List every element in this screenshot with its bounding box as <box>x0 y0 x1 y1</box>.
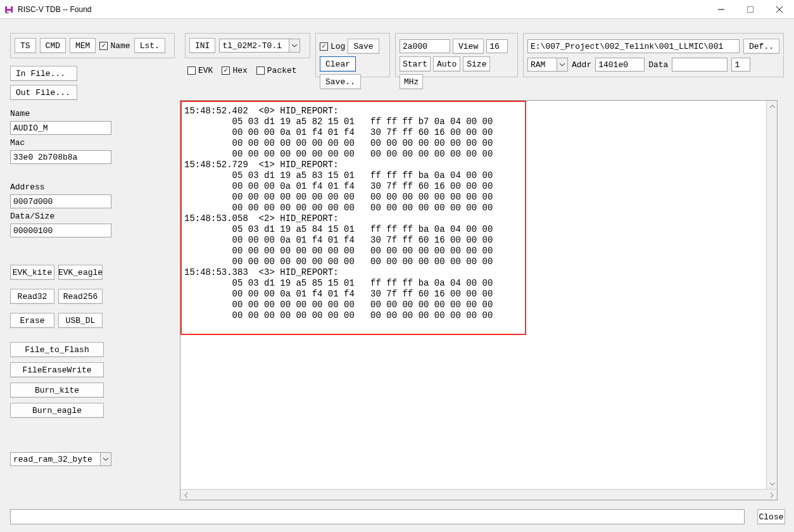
datasize-input[interactable] <box>10 224 111 238</box>
addr-label: Addr <box>572 60 591 70</box>
command-combo-value: read_ram_32_byte <box>11 455 100 464</box>
mem-addr-input[interactable] <box>595 58 645 72</box>
maximize-button[interactable] <box>736 0 765 19</box>
size-button[interactable]: Size <box>463 56 490 72</box>
clear-button[interactable]: Clear <box>320 56 356 72</box>
log-output: 15:48:52.402 <0> HID_REPORT: 05 03 d1 19… <box>180 100 778 500</box>
erase-button[interactable]: Erase <box>10 313 54 328</box>
hex-label: Hex <box>232 66 247 75</box>
scroll-down-icon <box>767 478 778 489</box>
mem-button[interactable]: MEM <box>70 38 96 53</box>
def-button[interactable]: Def.. <box>743 39 779 54</box>
horizontal-scrollbar[interactable] <box>180 489 777 500</box>
evk-label: EVK <box>198 66 213 75</box>
svg-text:hci: hci <box>5 11 9 15</box>
address-label: Address <box>10 182 111 192</box>
log-checkbox-label: Log <box>331 42 345 51</box>
packet-label: Packet <box>267 66 297 75</box>
usb-dl-button[interactable]: USB_DL <box>58 313 103 328</box>
app-icon: hci <box>4 4 14 15</box>
address-input[interactable] <box>10 194 111 208</box>
project-path-input[interactable] <box>527 39 740 53</box>
read256-button[interactable]: Read256 <box>58 289 103 304</box>
in-file-button[interactable]: In File... <box>10 66 77 81</box>
datasize-label: Data/Size <box>10 212 111 221</box>
name-label: Name <box>10 109 111 118</box>
auto-button[interactable]: Auto <box>433 56 460 72</box>
evk-eagle-button[interactable]: EVK_eagle <box>58 265 103 280</box>
svg-rect-5 <box>748 6 753 12</box>
command-combo[interactable]: read_ram_32_byte <box>10 452 111 466</box>
chevron-down-icon <box>289 39 299 52</box>
scroll-left-icon <box>180 490 191 500</box>
region-value: RAM <box>528 60 557 70</box>
scroll-right-icon <box>766 490 777 500</box>
panel-log: ✓ Log Save Clear Save.. <box>315 33 390 77</box>
chevron-down-icon <box>557 58 567 71</box>
read32-button[interactable]: Read32 <box>10 289 54 304</box>
panel-ini: INI tl_02M2-T0.i <box>185 33 310 58</box>
evk-kite-button[interactable]: EVK_kite <box>10 265 54 280</box>
ini-file-combo[interactable]: tl_02M2-T0.i <box>219 39 300 53</box>
window-title: RISC-V TDB -- Found <box>18 5 91 14</box>
vertical-scrollbar[interactable] <box>766 101 777 489</box>
addr-input[interactable] <box>400 39 450 53</box>
chevron-down-icon <box>100 453 111 466</box>
cmd-button[interactable]: CMD <box>40 38 66 53</box>
mac-label: Mac <box>10 138 111 148</box>
ini-file-value: tl_02M2-T0.i <box>220 41 289 51</box>
ini-button[interactable]: INI <box>189 38 215 53</box>
name-checkbox-label: Name <box>110 41 130 51</box>
packet-checkbox[interactable]: Packet <box>256 66 297 75</box>
minimize-button[interactable] <box>707 0 736 19</box>
burn-eagle-button[interactable]: Burn_eagle <box>10 403 104 418</box>
mem-data-input[interactable] <box>672 58 728 72</box>
region-combo[interactable]: RAM <box>527 58 568 72</box>
evk-checkbox[interactable]: EVK <box>187 66 213 75</box>
client-area: TS CMD MEM ✓ Name Lst. INI tl_02M2-T0.i … <box>0 19 794 532</box>
titlebar: hci RISC-V TDB -- Found <box>0 0 794 19</box>
panel-ts-cmd-mem: TS CMD MEM ✓ Name Lst. <box>10 33 175 58</box>
close-window-button[interactable] <box>765 0 794 19</box>
view-value-input[interactable] <box>486 39 508 53</box>
panel-path-mem: Def.. RAM Addr Data <box>523 33 784 77</box>
save-button[interactable]: Save <box>348 39 379 54</box>
scroll-up-icon <box>767 101 778 111</box>
check-icon: ✓ <box>320 42 328 51</box>
mac-input[interactable] <box>10 150 111 164</box>
name-checkbox[interactable]: ✓ Name <box>99 41 130 51</box>
command-line-input[interactable] <box>10 509 745 524</box>
check-icon: ✓ <box>222 66 230 75</box>
log-text[interactable]: 15:48:52.402 <0> HID_REPORT: 05 03 d1 19… <box>180 101 777 326</box>
lst-button[interactable]: Lst. <box>134 38 165 53</box>
ts-button[interactable]: TS <box>15 38 36 53</box>
save-as-button[interactable]: Save.. <box>320 74 361 89</box>
out-file-button[interactable]: Out File... <box>10 85 77 100</box>
panel-address: View Start Auto Size MHz <box>395 33 518 77</box>
mhz-button[interactable]: MHz <box>400 74 423 89</box>
burn-kite-button[interactable]: Burn_kite <box>10 383 104 398</box>
file-to-flash-button[interactable]: File_to_Flash <box>10 342 104 357</box>
file-erase-write-button[interactable]: FileEraseWrite <box>10 362 104 377</box>
log-checkbox[interactable]: ✓ Log <box>320 42 345 51</box>
hex-checkbox[interactable]: ✓ Hex <box>222 66 247 75</box>
close-button[interactable]: Close <box>757 509 785 524</box>
check-icon <box>187 66 196 75</box>
start-button[interactable]: Start <box>400 56 431 72</box>
data-label: Data <box>648 60 668 70</box>
view-button[interactable]: View <box>453 39 484 54</box>
check-icon: ✓ <box>99 42 108 50</box>
check-icon <box>256 66 265 75</box>
evk-hex-packet-bar: EVK ✓ Hex Packet <box>187 66 297 75</box>
name-input[interactable] <box>10 121 111 135</box>
mem-trailing-input[interactable] <box>731 58 750 72</box>
